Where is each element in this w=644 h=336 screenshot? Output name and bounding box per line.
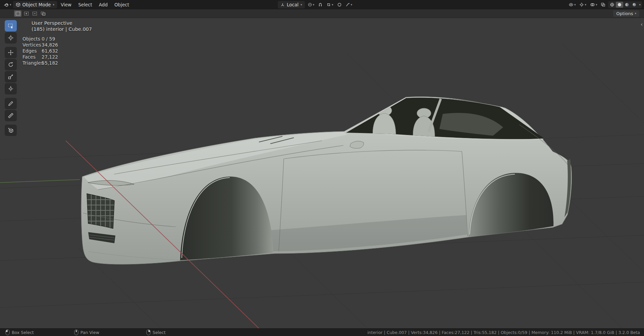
rotate-icon	[8, 62, 14, 68]
stat-row: Vertices 34,826	[22, 42, 58, 48]
3d-viewport[interactable]: User Perspective (185) interior | Cube.0…	[0, 0, 644, 336]
tool-settings-bar: Options ▾	[0, 9, 644, 18]
proportional-editing-toggle[interactable]	[336, 2, 343, 8]
scene-statistics: Objects 0 / 59 Vertices 34,826 Edges 61,…	[22, 36, 58, 66]
show-gizmo-toggle[interactable]: ▾	[578, 2, 587, 8]
stat-value: 55,182	[42, 60, 58, 66]
car-model[interactable]	[81, 96, 572, 264]
scale-icon	[8, 74, 14, 80]
proportional-editing-icon	[337, 2, 342, 7]
select-mode-set[interactable]	[14, 10, 21, 17]
xray-toggle[interactable]	[600, 2, 606, 8]
chevron-down-icon: ▾	[596, 3, 597, 6]
cursor-icon	[8, 35, 14, 41]
shading-rendered-button[interactable]	[631, 2, 638, 8]
stat-value: 61,632	[42, 48, 58, 54]
stat-row: Edges 61,632	[22, 48, 58, 54]
stat-row: Triangles 55,182	[22, 60, 58, 66]
pivot-point-selector[interactable]: ▾	[307, 2, 316, 8]
view-collection-label: (185) interior | Cube.007	[32, 26, 92, 32]
chevron-down-icon: ▾	[53, 3, 55, 6]
status-bar: Box Select Pan View Select interior | Cu…	[0, 328, 644, 336]
tool-transform[interactable]	[5, 83, 17, 94]
blender-menu-button[interactable]: ▾	[3, 1, 12, 8]
blender-logo-icon	[4, 2, 9, 7]
tool-shelf	[5, 20, 17, 136]
chevron-down-icon: ▾	[10, 3, 11, 6]
rendered-sphere-icon	[632, 2, 637, 7]
shading-solid-button[interactable]	[616, 2, 623, 8]
hint-label: Box Select	[12, 330, 34, 335]
select-set-icon	[15, 11, 20, 16]
mode-selector-label: Object Mode	[22, 2, 51, 7]
tool-add-cube[interactable]	[5, 125, 17, 136]
proportional-falloff-selector[interactable]: ▾	[344, 2, 354, 8]
hint-select: Select	[146, 329, 166, 335]
transform-orientation-label: Local	[287, 2, 299, 7]
transform-icon	[8, 86, 14, 92]
chevron-down-icon: ▾	[301, 3, 302, 6]
stat-label: Edges	[22, 48, 41, 54]
stat-label: Objects	[22, 36, 41, 42]
options-label: Options	[616, 11, 633, 16]
shading-wireframe-button[interactable]	[608, 2, 616, 8]
orientation-axes-icon	[280, 3, 285, 7]
left-mouse-icon	[5, 329, 10, 335]
scene-info-text: interior | Cube.007 | Verts:34,826 | Fac…	[367, 330, 640, 335]
tool-rotate[interactable]	[5, 59, 17, 70]
show-overlays-toggle[interactable]: ▾	[589, 2, 598, 8]
box-select-icon	[8, 23, 14, 29]
view-perspective-label: User Perspective	[32, 20, 92, 26]
menu-add[interactable]: Add	[96, 2, 111, 7]
right-mouse-icon	[146, 329, 151, 335]
options-button[interactable]: Options ▾	[613, 10, 639, 17]
viewport-shading-group: ▾	[608, 1, 642, 8]
magnet-icon	[318, 2, 323, 7]
add-cube-icon	[8, 127, 14, 133]
select-mode-extend[interactable]	[22, 10, 30, 17]
stat-row: Objects 0 / 59	[22, 36, 58, 42]
chevron-down-icon: ▾	[332, 3, 333, 6]
viewport-canvas[interactable]	[0, 0, 644, 336]
menu-view[interactable]: View	[58, 2, 74, 7]
pivot-point-icon	[308, 2, 312, 7]
visibility-eye-icon	[569, 2, 574, 7]
menu-object[interactable]: Object	[111, 2, 132, 7]
select-subtract-icon	[32, 11, 37, 16]
object-mode-icon	[16, 2, 20, 7]
hint-label: Pan View	[80, 330, 99, 335]
tool-move[interactable]	[5, 47, 17, 58]
select-mode-group	[14, 10, 47, 17]
menu-select[interactable]: Select	[75, 2, 95, 7]
overlays-icon	[590, 2, 595, 7]
hint-label: Select	[153, 330, 166, 335]
select-mode-subtract[interactable]	[31, 10, 38, 17]
snap-target-icon	[326, 2, 331, 7]
transform-orientation-selector[interactable]: Local ▾	[278, 1, 305, 8]
select-mode-intersect[interactable]	[39, 10, 47, 17]
middle-mouse-icon	[74, 329, 78, 335]
sidebar-collapse-chevron[interactable]: ‹	[641, 21, 643, 27]
object-type-visibility[interactable]: ▾	[568, 2, 577, 8]
top-menu-bar: ▾ Object Mode ▾ View Select Add Object L…	[0, 0, 644, 9]
falloff-curve-icon	[345, 2, 350, 7]
mode-selector[interactable]: Object Mode ▾	[13, 1, 57, 8]
stat-label: Faces	[22, 54, 41, 60]
tool-measure[interactable]	[5, 110, 17, 121]
hint-box-select: Box Select	[5, 329, 34, 335]
select-extend-icon	[24, 11, 29, 16]
wireframe-sphere-icon	[610, 2, 614, 7]
stat-value: 0 / 59	[42, 36, 55, 42]
xray-icon	[601, 2, 605, 7]
chevron-down-icon: ▾	[638, 3, 642, 6]
stat-label: Triangles	[22, 60, 41, 66]
tool-box-select[interactable]	[5, 20, 17, 31]
tool-cursor[interactable]	[5, 32, 17, 44]
tool-annotate[interactable]	[5, 98, 17, 109]
axis-y-line	[0, 180, 80, 183]
material-sphere-icon	[625, 2, 629, 7]
tool-scale[interactable]	[5, 71, 17, 82]
snap-toggle[interactable]	[317, 2, 324, 8]
snap-settings[interactable]: ▾	[325, 2, 334, 8]
shading-material-button[interactable]	[623, 2, 631, 8]
